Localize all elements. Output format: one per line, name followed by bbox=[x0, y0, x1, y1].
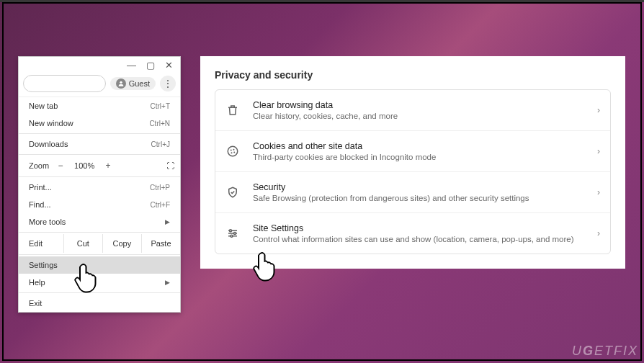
menu-separator bbox=[19, 176, 180, 177]
trash-icon bbox=[225, 103, 240, 117]
settings-card: Clear browsing data Clear history, cooki… bbox=[215, 89, 611, 254]
cookie-icon bbox=[225, 144, 240, 158]
address-bar[interactable] bbox=[23, 75, 106, 92]
profile-label: Guest bbox=[129, 79, 150, 88]
row-title: Cookies and other site data bbox=[253, 141, 597, 151]
row-text: Site Settings Control what information s… bbox=[253, 223, 597, 243]
svg-point-4 bbox=[231, 152, 233, 153]
row-desc: Third-party cookies are blocked in Incog… bbox=[253, 153, 597, 161]
svg-point-6 bbox=[230, 230, 232, 232]
menu-new-window[interactable]: New window Ctrl+N bbox=[19, 115, 180, 132]
edit-label: Edit bbox=[19, 234, 64, 253]
menu-shortcut: Ctrl+N bbox=[149, 120, 170, 127]
profile-chip[interactable]: Guest bbox=[110, 77, 156, 90]
menu-new-tab[interactable]: New tab Ctrl+T bbox=[19, 97, 180, 115]
row-security[interactable]: Security Safe Browsing (protection from … bbox=[215, 172, 610, 213]
svg-point-5 bbox=[233, 152, 235, 153]
shield-icon bbox=[225, 185, 240, 200]
window-titlebar: — ▢ ✕ bbox=[19, 57, 180, 73]
chrome-window: — ▢ ✕ Guest ⋮ New tab Ctrl+T New window … bbox=[18, 56, 181, 313]
menu-label: Settings bbox=[29, 261, 58, 269]
svg-point-8 bbox=[231, 235, 233, 237]
row-text: Cookies and other site data Third-party … bbox=[253, 141, 597, 161]
zoom-label: Zoom bbox=[29, 161, 49, 170]
row-cookies[interactable]: Cookies and other site data Third-party … bbox=[215, 131, 610, 172]
menu-label: More tools bbox=[29, 218, 66, 226]
svg-point-2 bbox=[231, 150, 232, 151]
chevron-right-icon: › bbox=[597, 146, 600, 156]
row-desc: Safe Browsing (protection from dangerous… bbox=[253, 194, 597, 202]
menu-label: New tab bbox=[29, 102, 58, 110]
menu-label: Find... bbox=[29, 200, 51, 209]
row-title: Clear browsing data bbox=[253, 100, 597, 110]
row-site-settings[interactable]: Site Settings Control what information s… bbox=[215, 213, 610, 254]
chevron-right-icon: › bbox=[597, 228, 600, 238]
zoom-in-button[interactable]: + bbox=[101, 161, 115, 171]
menu-settings[interactable]: Settings bbox=[19, 256, 180, 274]
menu-more-tools[interactable]: More tools ▶ bbox=[19, 213, 180, 230]
privacy-security-panel: Privacy and security Clear browsing data… bbox=[200, 56, 625, 269]
menu-separator bbox=[19, 254, 180, 255]
menu-separator bbox=[19, 232, 180, 233]
chevron-right-icon: › bbox=[597, 187, 600, 197]
avatar-icon bbox=[116, 79, 126, 89]
chevron-right-icon: ▶ bbox=[165, 218, 170, 225]
menu-edit-row: Edit Cut Copy Paste bbox=[19, 234, 180, 253]
overflow-menu: New tab Ctrl+T New window Ctrl+N Downloa… bbox=[19, 97, 180, 312]
zoom-out-button[interactable]: − bbox=[53, 161, 68, 171]
close-button[interactable]: ✕ bbox=[165, 60, 173, 71]
paste-button[interactable]: Paste bbox=[142, 234, 180, 253]
menu-shortcut: Ctrl+J bbox=[151, 140, 170, 148]
menu-label: Print... bbox=[29, 183, 52, 192]
svg-point-1 bbox=[228, 146, 238, 156]
menu-label: New window bbox=[29, 119, 73, 127]
row-title: Security bbox=[253, 182, 597, 192]
menu-separator bbox=[19, 292, 180, 293]
row-desc: Control what information sites can use a… bbox=[253, 235, 597, 243]
row-text: Clear browsing data Clear history, cooki… bbox=[253, 100, 597, 120]
row-desc: Clear history, cookies, cache, and more bbox=[253, 112, 597, 120]
menu-find[interactable]: Find... Ctrl+F bbox=[19, 196, 180, 213]
menu-zoom-row: Zoom − 100% + ⛶ bbox=[19, 156, 180, 175]
zoom-percent: 100% bbox=[72, 161, 97, 170]
fullscreen-icon[interactable]: ⛶ bbox=[166, 161, 174, 170]
row-title: Site Settings bbox=[253, 223, 597, 233]
cut-button[interactable]: Cut bbox=[64, 234, 103, 253]
chevron-right-icon: ▶ bbox=[165, 279, 170, 286]
toolbar: Guest ⋮ bbox=[19, 73, 180, 97]
menu-help[interactable]: Help ▶ bbox=[19, 274, 180, 291]
menu-label: Help bbox=[29, 278, 45, 287]
svg-point-3 bbox=[233, 149, 235, 151]
sliders-icon bbox=[225, 226, 240, 241]
minimize-button[interactable]: — bbox=[127, 60, 136, 71]
overflow-menu-button[interactable]: ⋮ bbox=[160, 76, 176, 91]
copy-button[interactable]: Copy bbox=[103, 234, 142, 253]
row-clear-browsing-data[interactable]: Clear browsing data Clear history, cooki… bbox=[215, 90, 610, 131]
menu-separator bbox=[19, 133, 180, 134]
svg-point-7 bbox=[234, 233, 236, 235]
menu-label: Downloads bbox=[29, 140, 68, 148]
menu-downloads[interactable]: Downloads Ctrl+J bbox=[19, 135, 180, 153]
menu-shortcut: Ctrl+F bbox=[151, 201, 171, 209]
row-text: Security Safe Browsing (protection from … bbox=[253, 182, 597, 202]
menu-print[interactable]: Print... Ctrl+P bbox=[19, 179, 180, 196]
menu-exit[interactable]: Exit bbox=[19, 295, 180, 312]
menu-separator bbox=[19, 154, 180, 155]
menu-label: Exit bbox=[29, 299, 42, 308]
maximize-button[interactable]: ▢ bbox=[146, 60, 155, 71]
svg-point-0 bbox=[120, 81, 122, 83]
chevron-right-icon: › bbox=[597, 105, 600, 115]
menu-shortcut: Ctrl+P bbox=[150, 184, 170, 192]
panel-heading: Privacy and security bbox=[215, 69, 611, 81]
menu-shortcut: Ctrl+T bbox=[151, 102, 171, 110]
